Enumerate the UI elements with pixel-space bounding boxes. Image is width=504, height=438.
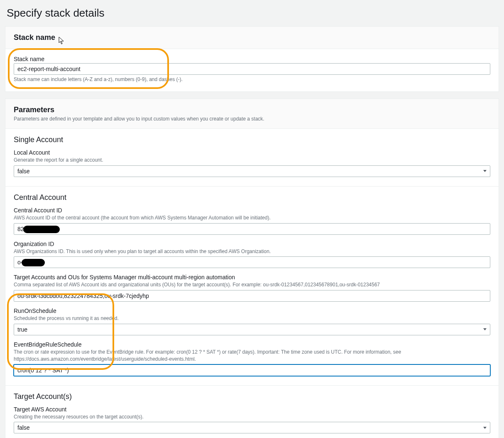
targets-input[interactable] [14,290,490,302]
target-aws-desc: Creating the necessary resources on the … [14,413,490,421]
central-account-section: Central Account [14,193,490,202]
targets-label: Target Accounts and OUs for Systems Mana… [14,274,490,281]
stack-name-label: Stack name [14,56,490,62]
eventbridge-desc: The cron or rate expression to use for t… [14,349,490,363]
org-id-label: Organization ID [14,241,490,247]
caret-icon [483,427,487,429]
stack-name-hint: Stack name can include letters (A-Z and … [14,76,490,82]
parameters-desc: Parameters are defined in your template … [14,116,490,122]
page-title: Specify stack details [7,7,499,20]
caret-icon [483,170,487,172]
local-account-value: false [17,168,30,175]
parameters-header: Parameters [14,106,490,114]
run-on-schedule-select[interactable]: true [14,324,490,335]
parameters-panel: Parameters Parameters are defined in you… [5,98,499,438]
central-id-desc: AWS Account ID of the central account (t… [14,214,490,221]
local-account-label: Local Account [14,149,490,156]
run-on-schedule-desc: Scheduled the process vs running it as n… [14,315,490,322]
central-id-label: Central Account ID [14,207,490,214]
run-on-schedule-label: RunOnSchedule [14,308,490,314]
org-id-input[interactable] [14,256,490,268]
org-id-desc: AWS Organizations ID. This is used only … [14,248,490,255]
eventbridge-input[interactable] [14,364,490,376]
local-account-desc: Generate the report for a single account… [14,157,490,164]
eventbridge-label: EventBridgeRuleSchedule [14,341,490,348]
target-aws-select[interactable]: false [14,422,490,433]
caret-icon [483,328,487,330]
local-account-select[interactable]: false [14,165,490,177]
target-aws-value: false [17,424,30,431]
target-accounts-section: Target Account(s) [14,392,490,401]
stack-name-header: Stack name [14,33,490,42]
target-aws-label: Target AWS Account [14,406,490,413]
stack-name-input[interactable] [14,63,490,75]
central-id-input[interactable] [14,223,490,235]
stack-name-panel: Stack name Stack name Stack name can inc… [5,26,499,92]
run-on-schedule-value: true [17,326,27,333]
single-account-section: Single Account [14,135,490,144]
targets-desc: Comma separated list of AWS Account ids … [14,281,490,288]
